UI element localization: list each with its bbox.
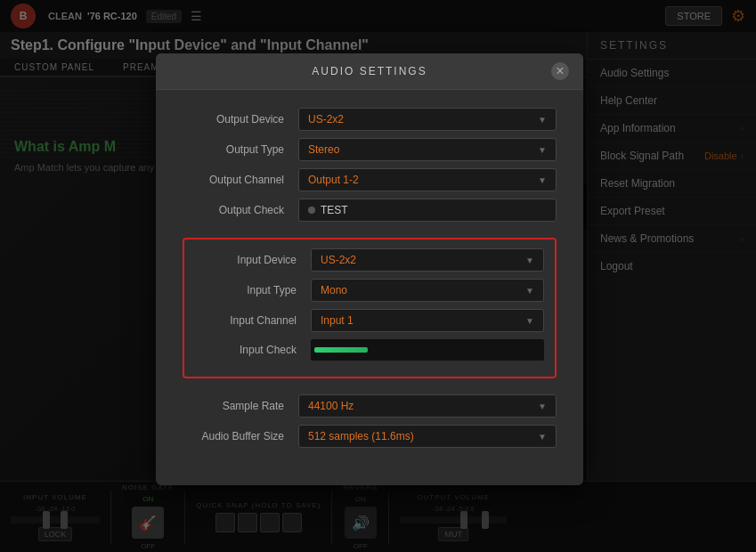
input-channel-label: Input Channel <box>195 314 311 327</box>
chevron-down-icon: ▼ <box>538 402 547 411</box>
sample-rate-select[interactable]: 44100 Hz ▼ <box>298 394 557 418</box>
chevron-down-icon: ▼ <box>525 286 534 296</box>
input-channel-row: Input Channel Input 1 ▼ <box>195 309 544 332</box>
output-type-row: Output Type Stereo ▼ <box>183 138 557 161</box>
buffer-size-label: Audio Buffer Size <box>183 430 298 442</box>
output-check-label: Output Check <box>183 204 298 216</box>
input-device-label: Input Device <box>195 254 311 266</box>
input-device-row: Input Device US-2x2 ▼ <box>195 248 544 272</box>
chevron-down-icon: ▼ <box>538 115 547 125</box>
output-device-row: Output Device US-2x2 ▼ <box>183 108 557 131</box>
input-type-row: Input Type Mono ▼ <box>195 279 544 302</box>
output-check-row: Output Check TEST <box>183 199 557 222</box>
input-level-meter <box>311 339 544 361</box>
input-level-indicator <box>314 347 368 353</box>
test-button[interactable]: TEST <box>298 199 557 222</box>
buffer-size-row: Audio Buffer Size 512 samples (11.6ms) ▼ <box>183 425 557 448</box>
output-device-label: Output Device <box>183 113 298 126</box>
modal-title: AUDIO SETTINGS <box>188 65 551 77</box>
chevron-down-icon: ▼ <box>525 316 534 326</box>
sample-rate-label: Sample Rate <box>183 400 298 412</box>
chevron-down-icon: ▼ <box>538 175 547 185</box>
input-type-label: Input Type <box>195 284 311 296</box>
modal-header: AUDIO SETTINGS × <box>156 53 583 90</box>
sample-rate-row: Sample Rate 44100 Hz ▼ <box>183 394 557 418</box>
output-channel-row: Output Channel Output 1-2 ▼ <box>183 168 557 191</box>
chevron-down-icon: ▼ <box>538 432 547 442</box>
input-channel-select[interactable]: Input 1 ▼ <box>311 309 544 332</box>
output-type-select[interactable]: Stereo ▼ <box>298 138 557 161</box>
input-type-select[interactable]: Mono ▼ <box>311 279 544 302</box>
input-section: Input Device US-2x2 ▼ Input Type Mono ▼ … <box>183 238 557 378</box>
chevron-down-icon: ▼ <box>525 256 534 265</box>
output-section: Output Device US-2x2 ▼ Output Type Stere… <box>183 108 557 222</box>
input-check-row: Input Check <box>195 339 544 361</box>
modal-body: Output Device US-2x2 ▼ Output Type Stere… <box>156 90 583 485</box>
test-dot-icon <box>308 207 315 214</box>
chevron-down-icon: ▼ <box>538 145 547 155</box>
modal-close-button[interactable]: × <box>551 62 569 80</box>
output-device-select[interactable]: US-2x2 ▼ <box>298 108 557 131</box>
output-channel-label: Output Channel <box>183 174 298 186</box>
input-check-label: Input Check <box>195 344 311 356</box>
buffer-size-select[interactable]: 512 samples (11.6ms) ▼ <box>298 425 557 448</box>
output-channel-select[interactable]: Output 1-2 ▼ <box>298 168 557 191</box>
audio-config-section: Sample Rate 44100 Hz ▼ Audio Buffer Size… <box>183 394 557 448</box>
input-device-select[interactable]: US-2x2 ▼ <box>311 248 544 272</box>
output-type-label: Output Type <box>183 143 298 156</box>
audio-settings-modal: AUDIO SETTINGS × Output Device US-2x2 ▼ … <box>156 53 583 485</box>
